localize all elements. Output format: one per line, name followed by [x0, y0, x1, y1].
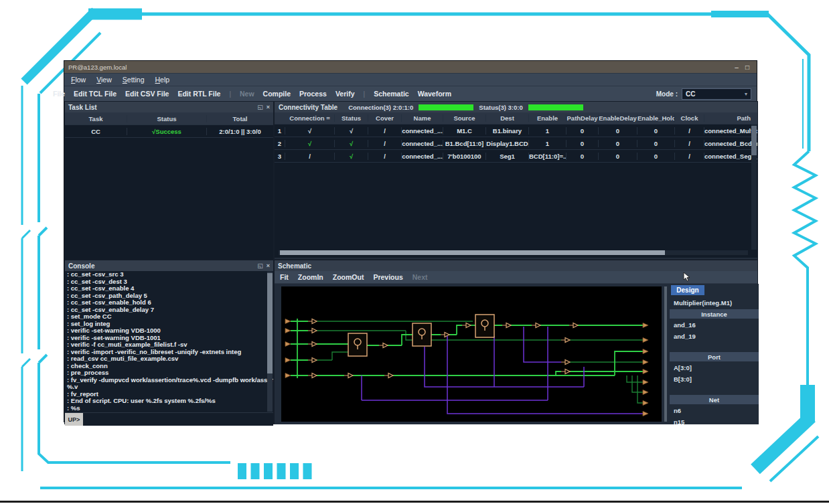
task-row[interactable]: CC √Success 2:0/1:0 || 3:0/0	[65, 125, 273, 138]
port-item[interactable]: B[3:0]	[670, 373, 759, 385]
module-item[interactable]: Multiplier(integ.M1)	[670, 297, 759, 309]
console-title: Console	[68, 262, 94, 270]
menu-flow[interactable]: Flow	[71, 76, 86, 84]
section-instance: Instance	[670, 309, 759, 319]
toolbar-compile[interactable]: Compile	[263, 90, 291, 98]
next-button[interactable]: Next	[412, 273, 428, 281]
status-check: √	[335, 140, 368, 147]
schematic-canvas[interactable]	[281, 286, 662, 422]
connectivity-header-row: Connection = Status Cover Name Source De…	[275, 112, 757, 124]
mouse-cursor	[683, 272, 691, 285]
source-value: M1.C	[443, 127, 486, 135]
col-enabledelay[interactable]: EnableDelay	[599, 114, 637, 122]
console-log[interactable]: : cc_set -csv_src 3 : cc_set -csv_dest 3…	[65, 271, 273, 412]
source-value: B1.Bcd[11:0]	[443, 140, 486, 147]
col-cover[interactable]: Cover	[368, 114, 402, 122]
col-name[interactable]: Name	[402, 114, 443, 122]
toolbar-verify[interactable]: Verify	[335, 90, 355, 98]
vertical-scrollbar[interactable]	[751, 124, 757, 250]
connectivity-row[interactable]: 2 √ √ / connected_... B1.Bcd[11:0] Displ…	[275, 137, 757, 150]
chevron-down-icon: ▾	[745, 91, 747, 97]
col-pathdelay[interactable]: PathDelay	[567, 114, 599, 122]
instance-item[interactable]: and_19	[670, 331, 759, 342]
mode-select[interactable]: CC ▾	[682, 88, 751, 100]
console-line: : verific -set-warning VDB-1000	[65, 327, 273, 335]
col-enable[interactable]: Enable	[529, 114, 567, 122]
name-value: connected_...	[402, 127, 443, 135]
enablehold-value: 0	[637, 140, 675, 147]
canvas-scrollbar[interactable]	[664, 286, 667, 422]
schematic-header: Schematic	[275, 260, 757, 271]
instance-item[interactable]: and_16	[670, 319, 759, 331]
dest-value: Display1.BCD	[486, 140, 529, 147]
menu-help[interactable]: Help	[155, 76, 169, 84]
horizontal-scrollbar[interactable]	[279, 250, 748, 255]
bottom-border-line	[0, 501, 829, 503]
connectivity-row[interactable]: 1 √ √ / connected_... M1.C B1.binary 1 0…	[275, 124, 757, 137]
float-panel-icon[interactable]: ◱	[257, 262, 263, 269]
section-port: Port	[670, 352, 759, 361]
mode-label: Mode :	[656, 90, 678, 98]
net-item[interactable]: n6	[670, 405, 759, 416]
task-status: √Success	[127, 128, 207, 135]
prompt-tab[interactable]: UP>	[65, 413, 83, 426]
enablehold-value: 0	[637, 127, 675, 135]
toolbar-edit-csv[interactable]: Edit CSV File	[125, 90, 169, 98]
col-dest[interactable]: Dest	[486, 114, 529, 122]
toolbar-waveform[interactable]: Waveform	[418, 90, 451, 98]
status-progress-bar	[528, 104, 583, 110]
toolbar-separator: |	[229, 90, 231, 98]
module-box	[348, 333, 367, 356]
connectivity-row[interactable]: 3 / √ / connected_... 7'b0100100 Seg1 BC…	[275, 150, 757, 163]
col-clock[interactable]: Clock	[675, 114, 704, 122]
window-title: PR@a123.gem.local	[68, 64, 127, 71]
close-panel-icon[interactable]: ×	[267, 104, 270, 110]
console-line: : fv_verify -dumpvcd work/assertion/trac…	[65, 377, 273, 384]
minimize-icon[interactable]: –	[731, 64, 742, 71]
net-item[interactable]: n15	[670, 416, 759, 428]
connection-progress-bar	[419, 104, 473, 110]
console-line: : pre_process	[65, 369, 273, 377]
enable-value: BCD[11:0]=...	[529, 153, 567, 160]
menu-bar: Flow View Setting Help	[64, 73, 757, 86]
toolbar-file[interactable]: File	[53, 90, 65, 98]
close-panel-icon[interactable]: ×	[267, 262, 270, 269]
cover-value: /	[368, 153, 402, 160]
previous-button[interactable]: Previous	[373, 273, 402, 281]
console-line: : %s	[65, 405, 273, 412]
console-scrollbar[interactable]	[267, 272, 273, 412]
dest-value: B1.binary	[486, 127, 529, 135]
command-input[interactable]	[83, 413, 273, 426]
menu-view[interactable]: View	[96, 76, 112, 84]
console-panel: Console ◱ × : cc_set -csv_src 3 : cc_set…	[64, 260, 274, 424]
toolbar-edit-tcl[interactable]: Edit TCL File	[74, 90, 117, 98]
zoomout-button[interactable]: ZoomOut	[333, 273, 364, 281]
console-line: : cc_set -csv_src 3	[65, 271, 273, 278]
row-num: 1	[275, 127, 285, 135]
toolbar-schematic[interactable]: Schematic	[374, 90, 409, 98]
col-path[interactable]: Path	[704, 114, 757, 122]
cover-value: /	[368, 127, 402, 135]
task-name: CC	[65, 128, 127, 135]
module-box	[412, 323, 431, 346]
tab-design[interactable]: Design	[671, 285, 704, 295]
toolbar-process[interactable]: Process	[299, 90, 327, 98]
port-item[interactable]: A[3:0]	[670, 362, 759, 373]
menu-setting[interactable]: Setting	[123, 76, 145, 84]
col-source[interactable]: Source	[443, 114, 486, 122]
schematic-body: Design Multiplier(integ.M1) Instance and…	[275, 284, 757, 424]
maximize-icon[interactable]: □	[742, 64, 753, 71]
zoomin-button[interactable]: ZoomIn	[298, 273, 323, 281]
col-enablehold[interactable]: Enable_Hold	[637, 114, 675, 122]
status-check: √	[335, 153, 368, 160]
toolbar-edit-rtl[interactable]: Edit RTL File	[177, 90, 220, 98]
float-panel-icon[interactable]: ◱	[257, 104, 263, 110]
col-connection[interactable]: Connection =	[285, 114, 335, 122]
console-line: : cc_set -csv_enable 4	[65, 285, 273, 292]
fit-button[interactable]: Fit	[280, 273, 289, 281]
toolbar-new[interactable]: New	[240, 90, 254, 98]
console-line: %.v	[65, 384, 273, 391]
col-task: Task	[65, 115, 127, 122]
name-value: connected_...	[402, 153, 443, 160]
col-status[interactable]: Status	[335, 114, 368, 122]
